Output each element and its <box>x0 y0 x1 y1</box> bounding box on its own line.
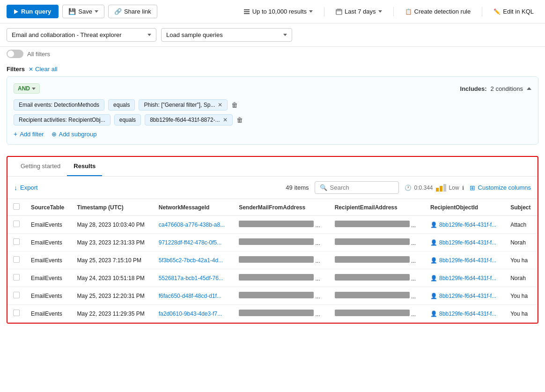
perf-bar-2 <box>440 186 442 192</box>
list-icon <box>243 8 250 15</box>
header-source-table[interactable]: SourceTable <box>25 199 72 216</box>
row-network-id-2[interactable]: 5f3b65c2-7bcb-42a1-4d... <box>153 251 233 269</box>
row-recipient-obj-4[interactable]: 👤8bb129fe-f6d4-431f-f... <box>425 287 505 305</box>
header-recipient[interactable]: RecipientEmailAddress <box>329 199 425 216</box>
run-query-label: Run query <box>21 8 51 15</box>
export-icon <box>14 184 17 192</box>
create-rule-label: Create detection rule <box>414 8 471 15</box>
table-row: EmailEvents May 25, 2023 7:15:10 PM 5f3b… <box>7 251 538 269</box>
customize-columns-button[interactable]: Customize columns <box>470 184 531 192</box>
row-sender-4: ... <box>233 287 329 305</box>
filters-label: Filters <box>7 66 25 73</box>
clear-all-x-icon: ✕ <box>29 66 33 73</box>
row-source-3: EmailEvents <box>25 269 72 287</box>
filter-value-0[interactable]: Phish: ["General filter"], Sp... ✕ <box>139 99 228 111</box>
and-operator-badge[interactable]: AND <box>14 83 40 94</box>
clear-all-button[interactable]: ✕ Clear all <box>29 66 58 73</box>
header-sender[interactable]: SenderMailFromAddress <box>233 199 329 216</box>
search-box[interactable] <box>315 181 399 194</box>
time-range-label: Last 7 days <box>345 8 376 15</box>
row-checkbox-4[interactable] <box>7 287 25 305</box>
row-checkbox-3[interactable] <box>7 269 25 287</box>
save-button[interactable]: Save <box>62 5 104 18</box>
perf-bar-3 <box>443 184 446 192</box>
edit-kql-label: Edit in KQL <box>503 8 534 15</box>
perf-level: Low <box>449 185 459 191</box>
table-row: EmailEvents May 22, 2023 11:29:35 PM fa2… <box>7 305 538 323</box>
row-source-4: EmailEvents <box>25 287 72 305</box>
row-timestamp-3: May 24, 2023 10:51:18 PM <box>72 269 153 287</box>
main-toolbar: Run query Save Share link Up to 10,000 r… <box>0 0 545 23</box>
row-source-2: EmailEvents <box>25 251 72 269</box>
all-filters-bar: All filters <box>0 47 545 61</box>
row-timestamp-2: May 25, 2023 7:15:10 PM <box>72 251 153 269</box>
row-recipient-obj-5[interactable]: 👤8bb129fe-f6d4-431f-f... <box>425 305 505 323</box>
filter-value-x-0[interactable]: ✕ <box>218 102 222 108</box>
tab-results[interactable]: Results <box>67 157 102 176</box>
row-subject-1: Norah <box>505 234 538 251</box>
row-network-id-0[interactable]: ca476608-a776-438b-a8... <box>153 216 233 234</box>
filter-operator-0[interactable]: equals <box>108 99 135 111</box>
svg-rect-3 <box>336 9 342 15</box>
tab-getting-started[interactable]: Getting started <box>14 157 67 176</box>
select-all-checkbox[interactable] <box>13 203 20 210</box>
header-checkbox-col <box>7 199 25 216</box>
separator-1 <box>324 7 324 16</box>
search-input[interactable] <box>330 184 391 191</box>
run-query-button[interactable]: Run query <box>7 5 59 18</box>
add-filter-row: Add filter Add subgroup <box>14 130 531 138</box>
create-rule-button[interactable]: Create detection rule <box>400 5 476 18</box>
edit-kql-button[interactable]: Edit in KQL <box>489 5 538 18</box>
share-link-button[interactable]: Share link <box>108 5 157 18</box>
all-filters-toggle[interactable] <box>7 50 23 58</box>
row-sender-3: ... <box>233 269 329 287</box>
source-dropdown[interactable]: Email and collaboration - Threat explore… <box>7 28 156 42</box>
filter-delete-1[interactable]: 🗑 <box>236 116 243 124</box>
row-recipient-obj-3[interactable]: 👤8bb129fe-f6d4-431f-f... <box>425 269 505 287</box>
row-network-id-4[interactable]: f6fac650-d48f-48cd-d1f... <box>153 287 233 305</box>
svg-rect-0 <box>244 9 250 10</box>
filter-operator-1[interactable]: equals <box>114 114 141 126</box>
add-filter-button[interactable]: Add filter <box>14 130 44 138</box>
results-limit-dropdown[interactable]: Up to 10,000 results <box>239 5 317 18</box>
row-network-id-3[interactable]: 5526817a-bcb1-45df-76... <box>153 269 233 287</box>
table-body: EmailEvents May 28, 2023 10:03:40 PM ca4… <box>7 216 538 323</box>
load-queries-dropdown[interactable]: Load sample queries <box>161 28 292 42</box>
header-recipient-obj[interactable]: RecipientObjectId <box>425 199 505 216</box>
row-subject-5: You ha <box>505 305 538 323</box>
row-recipient-obj-0[interactable]: 👤8bb129fe-f6d4-431f-f... <box>425 216 505 234</box>
results-chevron-icon <box>309 10 313 13</box>
header-timestamp[interactable]: Timestamp (UTC) <box>72 199 153 216</box>
search-icon <box>320 184 327 191</box>
export-button[interactable]: Export <box>14 184 38 192</box>
row-subject-4: You ha <box>505 287 538 305</box>
header-subject[interactable]: Subject <box>505 199 538 216</box>
table-header: SourceTable Timestamp (UTC) NetworkMessa… <box>7 199 538 216</box>
rule-icon <box>405 8 412 15</box>
row-checkbox-2[interactable] <box>7 251 25 269</box>
row-sender-0: ... <box>233 216 329 234</box>
filter-field-0[interactable]: Email events: DetectionMethods <box>14 99 104 111</box>
save-label: Save <box>78 8 92 15</box>
row-network-id-1[interactable]: 971228df-ff42-478c-0f5... <box>153 234 233 251</box>
table-row: EmailEvents May 24, 2023 10:51:18 PM 552… <box>7 269 538 287</box>
filter-value-x-1[interactable]: ✕ <box>223 117 228 123</box>
row-checkbox-0[interactable] <box>7 216 25 234</box>
row-recipient-0: ... <box>329 216 425 234</box>
row-checkbox-1[interactable] <box>7 234 25 251</box>
time-range-dropdown[interactable]: Last 7 days <box>331 5 387 18</box>
row-network-id-5[interactable]: fa2d0610-9b43-4de3-f7... <box>153 305 233 323</box>
filter-delete-0[interactable]: 🗑 <box>231 101 238 109</box>
svg-rect-6 <box>339 8 340 10</box>
perf-indicator: 🕐 0:0.344 Low <box>405 184 464 192</box>
add-subgroup-button[interactable]: Add subgroup <box>52 131 97 138</box>
row-sender-1: ... <box>233 234 329 251</box>
header-network-id[interactable]: NetworkMessageId <box>153 199 233 216</box>
filter-field-1[interactable]: Recipient activities: RecipientObj... <box>14 114 110 126</box>
row-subject-2: You ha <box>505 251 538 269</box>
export-label: Export <box>20 184 38 191</box>
row-recipient-obj-1[interactable]: 👤8bb129fe-f6d4-431f-f... <box>425 234 505 251</box>
row-recipient-obj-2[interactable]: 👤8bb129fe-f6d4-431f-f... <box>425 251 505 269</box>
filter-value-1[interactable]: 8bb129fe-f6d4-431f-8872-... ✕ <box>145 114 232 126</box>
row-checkbox-5[interactable] <box>7 305 25 323</box>
